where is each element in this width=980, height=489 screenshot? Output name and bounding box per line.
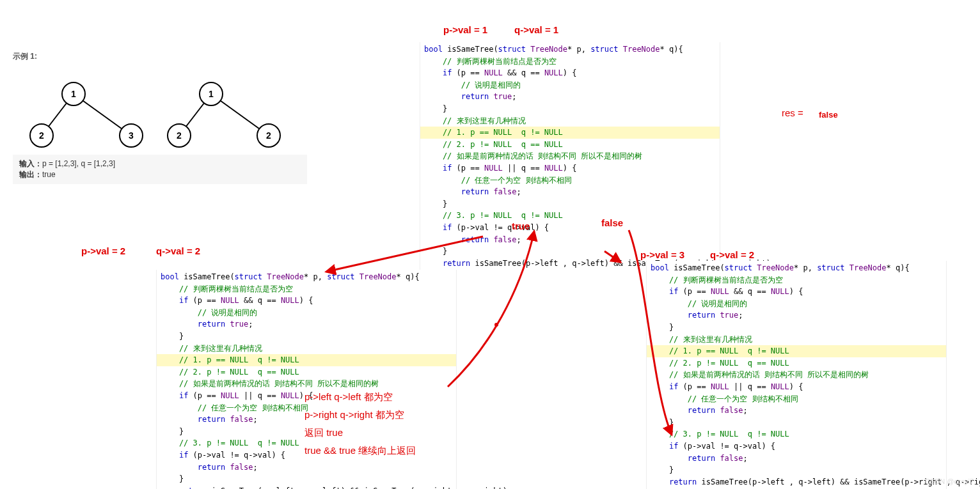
t1-root: 1 bbox=[71, 89, 76, 99]
ann-note1: p->left q->left 都为空 bbox=[304, 391, 393, 403]
watermark: CSDN @cccyi7 bbox=[925, 477, 974, 485]
ann-top-pval: p->val = 1 bbox=[443, 24, 487, 35]
tree-diagram: 1 2 3 1 2 2 bbox=[13, 68, 294, 151]
t1-left: 2 bbox=[39, 130, 44, 141]
output-value: true bbox=[42, 170, 56, 179]
ann-res-false: false bbox=[819, 110, 838, 120]
ann-mid-false: false bbox=[601, 217, 623, 228]
code-block-top: bool isSameTree(struct TreeNode* p, stru… bbox=[420, 42, 720, 283]
ann-right-pval: p->val = 3 bbox=[640, 249, 684, 260]
output-label: 输出： bbox=[19, 170, 42, 179]
svg-point-10 bbox=[494, 323, 498, 327]
example-io: 输入：p = [1,2,3], q = [1,2,3] 输出：true bbox=[13, 155, 307, 184]
t2-right: 2 bbox=[266, 130, 271, 141]
input-label: 输入： bbox=[19, 159, 42, 168]
input-value: p = [1,2,3], q = [1,2,3] bbox=[42, 159, 115, 168]
ann-top-qval: q->val = 1 bbox=[514, 24, 558, 35]
t2-left: 2 bbox=[177, 130, 182, 141]
example-label: 示例 1: bbox=[13, 51, 307, 62]
ann-note4: true && true 继续向上返回 bbox=[304, 445, 416, 457]
ann-mid-true: true bbox=[512, 221, 530, 231]
ann-left-pval: p->val = 2 bbox=[81, 245, 125, 256]
ann-right-qval: q->val = 2 bbox=[710, 249, 754, 260]
example-box: 示例 1: 1 2 3 1 2 2 输入：p = [1,2,3], q = [1… bbox=[13, 51, 307, 184]
code-block-right: bool isSameTree(struct TreeNode* p, stru… bbox=[646, 261, 947, 489]
ann-res-label: res = bbox=[782, 107, 803, 118]
t1-right: 3 bbox=[129, 130, 134, 141]
ann-note2: p->right q->right 都为空 bbox=[304, 409, 404, 421]
t2-root: 1 bbox=[209, 89, 214, 99]
ann-left-qval: q->val = 2 bbox=[156, 245, 200, 256]
ann-note3: 返回 true bbox=[304, 427, 343, 439]
